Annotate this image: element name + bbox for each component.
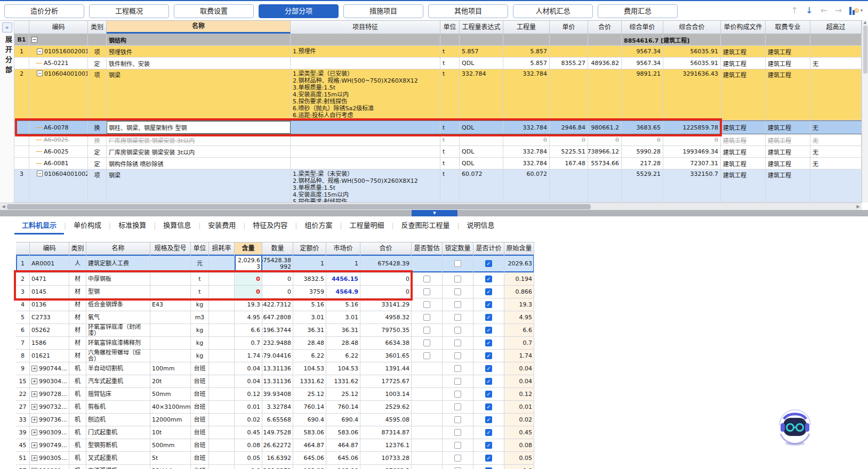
column-header-工程量[interactable]: 工程量 xyxy=(503,21,550,34)
resource-row-990732…[interactable]: 27+990732…机剪板机40×3100mm台班0.013.32784760.… xyxy=(16,401,534,414)
boq-row-A6-0025[interactable]: A6-0025定厂库房钢梁安装 钢梁安装 3t以内tQDL332.7845225… xyxy=(14,146,862,158)
billed-checkbox-checked[interactable]: ✓ xyxy=(485,301,492,308)
lock-checkbox-unchecked[interactable] xyxy=(454,416,461,423)
detail-tab-标准换算[interactable]: 标准换算 xyxy=(111,217,154,234)
resource-row-1586[interactable]: 71586材环氧富锌底漆稀释剂kg0.7232.948828.4828.4866… xyxy=(16,337,534,350)
column-header-数量[interactable]: 数量 xyxy=(262,242,293,254)
resource-row-990749…[interactable]: 45+990749…机型钢剪断机500mm台班0.0826.62272464.8… xyxy=(16,439,534,452)
column-header-单价[interactable]: 单价 xyxy=(550,21,588,34)
resource-row-990901…[interactable]: 57+990901…机交流弧焊机32kV·A台班0.8266.2272103.9… xyxy=(16,465,534,469)
detail-tab-说明信息[interactable]: 说明信息 xyxy=(460,217,502,234)
column-header-rownum[interactable] xyxy=(14,21,29,34)
tab-措施项目[interactable]: 措施项目 xyxy=(343,4,423,18)
column-header-损耗率[interactable]: 损耗率 xyxy=(209,242,235,254)
report-settings-icon[interactable]: ⚙ ▾ xyxy=(849,6,863,15)
billed-checkbox-checked[interactable]: ✓ xyxy=(485,339,492,346)
billed-checkbox-checked[interactable]: ✓ xyxy=(485,455,492,462)
tab-费用汇总[interactable]: 费用汇总 xyxy=(598,4,678,18)
down-arrow-icon[interactable]: ↓ xyxy=(806,5,813,15)
column-header-是否计价[interactable]: 是否计价 xyxy=(473,242,504,254)
est-checkbox-unchecked[interactable] xyxy=(423,339,430,346)
detail-tab-单价构成[interactable]: 单价构成 xyxy=(66,217,109,234)
billed-checkbox-checked[interactable]: ✓ xyxy=(485,378,492,385)
column-header-名称[interactable]: 名称 xyxy=(107,21,291,34)
resource-row-990744…[interactable]: 9+990744…机半自动切割机100mm台班0.0413.31136104.5… xyxy=(16,362,534,375)
column-header-市场价[interactable]: 市场价 xyxy=(326,242,360,254)
boq-row-A6-0081[interactable]: A6-0081定钢构件除锈 喷砂除锈tQDL332.784167.4855734… xyxy=(14,158,862,169)
detail-tab-安装费用[interactable]: 安装费用 xyxy=(200,217,243,234)
boq-row-A6-0078[interactable]: A6-0078换钢柱、钢梁、钢屋架制作 型钢tQDL332.7842946.84… xyxy=(14,120,862,134)
billed-checkbox-checked[interactable]: ✓ xyxy=(485,429,492,436)
detail-tab-工料机显示[interactable]: 工料机显示 xyxy=(14,217,64,234)
column-header-综合单价[interactable]: 综合单价 xyxy=(622,21,663,34)
resource-row-990304…[interactable]: 15+990304…机汽车式起重机20t台班0.0413.311361331.6… xyxy=(16,375,534,388)
resource-row-05262[interactable]: 605262材环氧富锌底漆（封闭漆）kg6.62196.374436.3136.… xyxy=(16,324,534,337)
tab-造价分析[interactable]: 造价分析 xyxy=(4,4,84,18)
column-header-超高过[interactable]: 超高过 xyxy=(810,21,862,34)
est-checkbox-unchecked[interactable] xyxy=(423,314,430,321)
detail-tab-工程量明细[interactable]: 工程量明细 xyxy=(342,217,391,234)
resource-row-0136[interactable]: 40136材低合金钢焊条E43kg19.36422.73125.165.1633… xyxy=(16,298,534,311)
boq-row-A5-0221[interactable]: A5-0221定铁件制作、安装tQDL5.8578355.2748936.829… xyxy=(14,58,862,69)
lock-checkbox-unchecked[interactable] xyxy=(454,301,461,308)
tab-人材机汇总[interactable]: 人材机汇总 xyxy=(513,4,593,18)
lock-checkbox-unchecked[interactable] xyxy=(454,276,461,282)
splitter-collapse-handle[interactable]: ▼ xyxy=(412,210,457,216)
lock-checkbox-unchecked[interactable] xyxy=(454,378,461,385)
expand-icon[interactable]: + xyxy=(31,442,37,448)
billed-checkbox-checked[interactable]: ✓ xyxy=(485,365,492,372)
tab-工程概况[interactable]: 工程概况 xyxy=(89,4,169,18)
est-checkbox-unchecked[interactable] xyxy=(423,327,430,334)
resource-row-990305…[interactable]: 51+990305…机叉式起重机5t台班0.0516.6392645.06645… xyxy=(16,452,534,465)
column-header-综合合价[interactable]: 综合合价 xyxy=(663,21,721,34)
column-header-项目特征[interactable]: 项目特征 xyxy=(291,21,440,34)
column-header-取费专业[interactable]: 取费专业 xyxy=(766,21,810,34)
column-header-编码[interactable]: 编码 xyxy=(30,242,69,254)
column-header-工程量表达式[interactable]: 工程量表达式 xyxy=(460,21,503,34)
billed-checkbox-checked[interactable]: ✓ xyxy=(485,260,492,267)
billed-checkbox-checked[interactable]: ✓ xyxy=(485,352,492,359)
scroll-up-icon[interactable]: ▲ xyxy=(862,20,868,25)
collapse-icon[interactable]: − xyxy=(31,37,37,43)
est-checkbox-unchecked[interactable] xyxy=(423,276,430,282)
column-header-名称[interactable]: 名称 xyxy=(86,242,150,254)
lock-checkbox-unchecked[interactable] xyxy=(454,352,461,359)
collapse-icon[interactable]: − xyxy=(37,48,43,54)
boq-row-010604001001[interactable]: 2−010604001001项钢梁1.梁类型:梁（已安装） 2.钢材品种、规格:… xyxy=(14,69,862,120)
lock-checkbox-unchecked[interactable] xyxy=(454,339,461,346)
resource-row-0471[interactable]: 20471材中厚钢板t003832.54456.150✓0.194 xyxy=(16,273,534,286)
expand-icon[interactable]: + xyxy=(31,455,37,461)
billed-checkbox-checked[interactable]: ✓ xyxy=(485,391,492,398)
forward-arrow-icon[interactable]: → xyxy=(835,5,842,15)
column-header-rownum[interactable] xyxy=(16,242,30,254)
resource-row-990728…[interactable]: 22+990728…机摇臂钻床50mm台班0.1239.9340825.1225… xyxy=(16,388,534,401)
est-checkbox-unchecked[interactable] xyxy=(423,288,430,295)
expand-icon[interactable]: + xyxy=(31,417,37,423)
billed-checkbox-checked[interactable]: ✓ xyxy=(485,403,492,410)
lock-checkbox-unchecked[interactable] xyxy=(454,260,461,267)
ai-assistant-button[interactable] xyxy=(774,407,816,449)
column-header-类别[interactable]: 类别 xyxy=(88,21,107,34)
tab-分部分项[interactable]: 分部分项 xyxy=(259,4,339,18)
lock-checkbox-unchecked[interactable] xyxy=(454,403,461,410)
detail-tab-换算信息[interactable]: 换算信息 xyxy=(156,217,198,234)
scroll-right-icon[interactable]: ▶ xyxy=(855,203,862,211)
lock-checkbox-unchecked[interactable] xyxy=(454,455,461,462)
expand-icon[interactable]: + xyxy=(31,366,37,371)
billed-checkbox-checked[interactable]: ✓ xyxy=(485,416,492,423)
lock-checkbox-unchecked[interactable] xyxy=(454,442,461,449)
vscroll-thumb[interactable] xyxy=(863,26,867,74)
expand-icon[interactable]: + xyxy=(31,404,37,410)
expand-sections-button[interactable]: » xyxy=(2,22,12,33)
detail-tab-反查图形工程量[interactable]: 反查图形工程量 xyxy=(394,217,457,234)
column-header-编码[interactable]: 编码 xyxy=(29,21,88,34)
boq-row-钢结构[interactable]: B1−钢结构8854616.7 [建筑工程] xyxy=(14,34,862,46)
column-header-类别[interactable]: 类别 xyxy=(69,242,86,254)
column-header-锁定数量[interactable]: 锁定数量 xyxy=(443,242,473,254)
column-header-单位[interactable]: 单位 xyxy=(440,21,460,34)
lock-checkbox-unchecked[interactable] xyxy=(454,314,461,321)
expand-icon[interactable]: + xyxy=(31,391,37,397)
scroll-left-icon[interactable]: ◀ xyxy=(0,203,7,211)
expand-icon[interactable]: + xyxy=(31,378,37,384)
resource-row-0145[interactable]: 30145材型钢t0037594564.90✓0.866 xyxy=(16,286,534,298)
